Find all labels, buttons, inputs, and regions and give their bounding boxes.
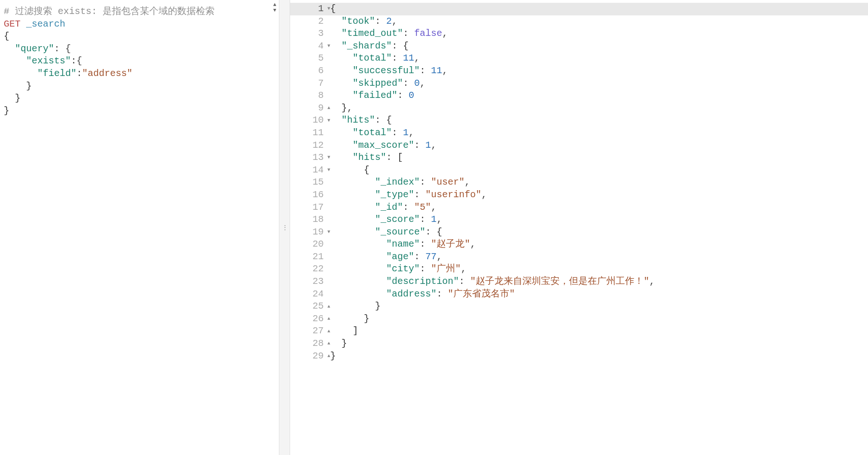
- scroll-down-icon[interactable]: ▼: [273, 7, 277, 13]
- line-number[interactable]: 3: [290, 28, 328, 40]
- response-line[interactable]: "hits": [: [328, 152, 868, 164]
- line-number[interactable]: 6: [290, 65, 328, 77]
- line-number[interactable]: 21: [290, 251, 328, 263]
- response-line[interactable]: "total": 11,: [328, 52, 868, 65]
- request-line[interactable]: # 过滤搜索 exists: 是指包含某个域的数据检索: [4, 6, 275, 18]
- request-line[interactable]: }: [4, 92, 275, 105]
- line-number[interactable]: 24: [290, 288, 328, 301]
- response-line[interactable]: "total": 1,: [328, 127, 868, 139]
- response-line[interactable]: }: [328, 350, 868, 363]
- line-number[interactable]: 13▼: [290, 152, 328, 164]
- response-line[interactable]: }: [328, 300, 868, 313]
- response-line[interactable]: "_score": 1,: [328, 214, 868, 226]
- request-line[interactable]: "exists":{: [4, 55, 275, 68]
- line-number[interactable]: 22: [290, 263, 328, 276]
- response-line[interactable]: "_id": "5",: [328, 201, 868, 214]
- line-number[interactable]: 16: [290, 189, 328, 201]
- fold-close-icon[interactable]: ▲: [326, 102, 331, 115]
- line-number[interactable]: 20: [290, 238, 328, 251]
- response-line[interactable]: "hits": {: [328, 114, 868, 127]
- line-number[interactable]: 26▲: [290, 313, 328, 325]
- line-number[interactable]: 18: [290, 214, 328, 226]
- fold-open-icon[interactable]: ▼: [326, 164, 331, 177]
- response-line[interactable]: "_source": {: [328, 226, 868, 239]
- request-line[interactable]: GET _search: [4, 18, 275, 31]
- line-number[interactable]: 1▼: [290, 3, 328, 15]
- fold-close-icon[interactable]: ▲: [326, 350, 331, 363]
- fold-close-icon[interactable]: ▲: [326, 300, 331, 313]
- response-line[interactable]: "timed_out": false,: [328, 28, 868, 40]
- response-line[interactable]: "_shards": {: [328, 40, 868, 53]
- line-number[interactable]: 7: [290, 77, 328, 90]
- response-line[interactable]: "city": "广州",: [328, 263, 868, 276]
- response-code[interactable]: { "took": 2, "timed_out": false, "_shard…: [328, 0, 868, 455]
- line-number[interactable]: 4▼: [290, 40, 328, 53]
- line-number[interactable]: 28▲: [290, 338, 328, 350]
- line-number[interactable]: 12: [290, 139, 328, 152]
- response-line[interactable]: {: [328, 164, 868, 177]
- request-line[interactable]: "query": {: [4, 43, 275, 55]
- response-line[interactable]: "_type": "userinfo",: [328, 189, 868, 201]
- response-line[interactable]: ]: [328, 325, 868, 338]
- response-line[interactable]: "_index": "user",: [328, 176, 868, 189]
- response-line[interactable]: }: [328, 313, 868, 325]
- drag-handle-icon[interactable]: ⋮: [282, 224, 287, 232]
- line-number[interactable]: 25▲: [290, 300, 328, 313]
- line-number[interactable]: 27▲: [290, 325, 328, 338]
- request-line[interactable]: }: [4, 80, 275, 93]
- response-line[interactable]: }: [328, 338, 868, 350]
- line-number[interactable]: 17: [290, 201, 328, 214]
- line-number[interactable]: 10▼: [290, 114, 328, 127]
- fold-open-icon[interactable]: ▼: [326, 226, 331, 239]
- response-line[interactable]: },: [328, 102, 868, 115]
- line-number[interactable]: 11: [290, 127, 328, 139]
- line-number[interactable]: 29▲: [290, 350, 328, 363]
- line-number[interactable]: 23: [290, 276, 328, 288]
- fold-open-icon[interactable]: ▼: [326, 152, 331, 164]
- fold-close-icon[interactable]: ▲: [326, 338, 331, 350]
- pane-divider[interactable]: ⋮: [279, 0, 290, 455]
- response-line[interactable]: "address": "广东省茂名市": [328, 288, 868, 301]
- fold-open-icon[interactable]: ▼: [326, 114, 331, 127]
- line-number[interactable]: 15: [290, 176, 328, 189]
- response-line[interactable]: "max_score": 1,: [328, 139, 868, 152]
- response-line[interactable]: "took": 2,: [328, 15, 868, 28]
- request-line[interactable]: "field":"address": [4, 68, 275, 80]
- line-number[interactable]: 8: [290, 90, 328, 102]
- response-pane: 1▼234▼56789▲10▼111213▼14▼1516171819▼2021…: [290, 0, 868, 455]
- response-line[interactable]: "failed": 0: [328, 90, 868, 102]
- response-line[interactable]: "skipped": 0,: [328, 77, 868, 90]
- fold-open-icon[interactable]: ▼: [326, 40, 331, 53]
- response-line[interactable]: "age": 77,: [328, 251, 868, 263]
- request-editor-pane[interactable]: # 过滤搜索 exists: 是指包含某个域的数据检索GET _search{ …: [0, 0, 279, 455]
- line-number[interactable]: 14▼: [290, 164, 328, 177]
- line-number[interactable]: 19▼: [290, 226, 328, 239]
- line-number[interactable]: 2: [290, 15, 328, 28]
- request-line[interactable]: {: [4, 30, 275, 43]
- line-number[interactable]: 9▲: [290, 102, 328, 115]
- request-line[interactable]: }: [4, 105, 275, 117]
- fold-open-icon[interactable]: ▼: [326, 3, 331, 15]
- line-number[interactable]: 5: [290, 52, 328, 65]
- response-line[interactable]: {: [328, 3, 868, 15]
- response-line[interactable]: "successful": 11,: [328, 65, 868, 77]
- scroll-up-icon[interactable]: ▲: [273, 2, 277, 7]
- fold-close-icon[interactable]: ▲: [326, 313, 331, 325]
- scroll-arrows: ▲ ▼: [271, 0, 279, 13]
- response-line[interactable]: "description": "赵子龙来自深圳宝安，但是在广州工作！",: [328, 276, 868, 288]
- fold-close-icon[interactable]: ▲: [326, 325, 331, 338]
- request-code[interactable]: # 过滤搜索 exists: 是指包含某个域的数据检索GET _search{ …: [0, 0, 279, 123]
- line-number-gutter[interactable]: 1▼234▼56789▲10▼111213▼14▼1516171819▼2021…: [290, 0, 328, 455]
- response-line[interactable]: "name": "赵子龙",: [328, 238, 868, 251]
